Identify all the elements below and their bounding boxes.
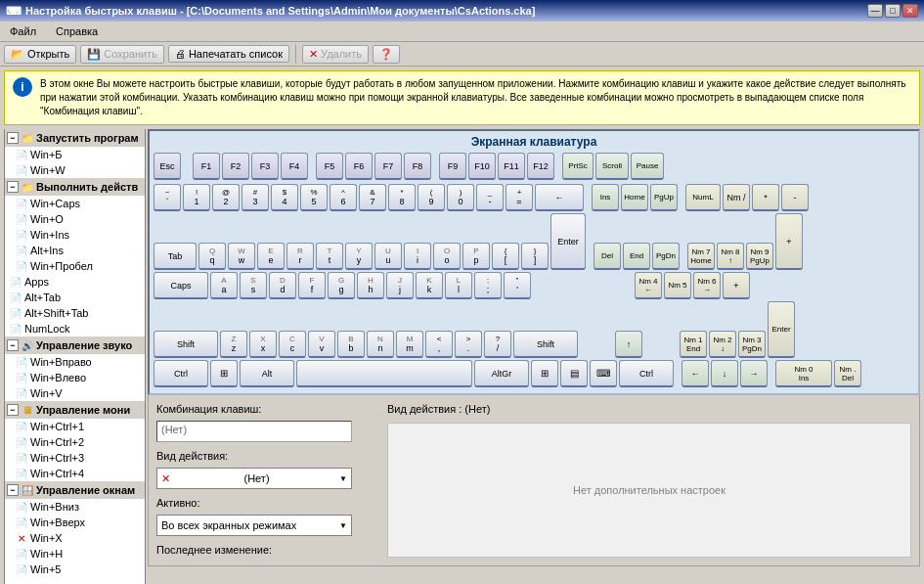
key-x[interactable]: Xx <box>249 331 277 358</box>
key-o[interactable]: Oo <box>433 243 461 270</box>
key-5[interactable]: %5 <box>300 184 328 211</box>
tree-section-exec[interactable]: − 📁 Выполнить действ <box>5 178 145 196</box>
key-nm2[interactable]: Nm 2↓ <box>709 331 736 358</box>
tree-item-wincaps[interactable]: 📄 Win+Caps <box>13 196 145 211</box>
key-f1[interactable]: F1 <box>193 153 220 180</box>
tree-item-winv[interactable]: 📄 Win+V <box>13 385 145 401</box>
key-semicolon[interactable]: :; <box>474 272 502 299</box>
left-tree-panel[interactable]: − 📁 Запустить програм 📄 Win+Б 📄 Win+W − … <box>4 129 146 584</box>
key-shift-right[interactable]: Shift <box>513 331 578 358</box>
tree-item-winins[interactable]: 📄 Win+Ins <box>13 227 145 243</box>
key-a[interactable]: Aa <box>210 272 238 299</box>
key-backspace[interactable]: ← <box>535 184 584 211</box>
key-q[interactable]: Qq <box>198 243 226 270</box>
key-period[interactable]: >. <box>455 331 482 358</box>
tree-item-winw[interactable]: 📄 Win+W <box>13 162 145 178</box>
tree-section-sound[interactable]: − 🔊 Управление звуко <box>5 337 145 354</box>
expand-exec[interactable]: − <box>7 181 19 193</box>
tree-item-altins[interactable]: 📄 Alt+Ins <box>13 243 145 258</box>
key-lbracket[interactable]: {[ <box>492 243 519 270</box>
key-d[interactable]: Dd <box>269 272 296 299</box>
key-w[interactable]: Ww <box>228 243 255 270</box>
expand-sound[interactable]: − <box>7 339 19 351</box>
key-arrow-right[interactable]: → <box>740 360 768 387</box>
tree-item-alttab[interactable]: 📄 Alt+Tab <box>5 290 145 305</box>
open-button[interactable]: 📂 Открыть <box>4 45 76 64</box>
key-g[interactable]: Gg <box>328 272 355 299</box>
key-nmdot[interactable]: Nm .Del <box>834 360 861 387</box>
key-del[interactable]: Del <box>594 243 621 270</box>
key-keyboard[interactable]: ⌨ <box>590 360 617 387</box>
tree-item-winx[interactable]: ✕ Win+X <box>13 530 145 546</box>
key-nm5[interactable]: Nm 5 <box>664 272 691 299</box>
key-6[interactable]: ^6 <box>330 184 357 211</box>
key-f[interactable]: Ff <box>298 272 326 299</box>
key-n[interactable]: Nn <box>367 331 394 358</box>
key-f9[interactable]: F9 <box>439 153 466 180</box>
tree-item-winct3[interactable]: 📄 Win+Ctrl+3 <box>13 450 145 466</box>
close-button[interactable]: ✕ <box>902 4 918 18</box>
key-f3[interactable]: F3 <box>251 153 279 180</box>
key-m[interactable]: Mm <box>396 331 423 358</box>
tree-item-winct1[interactable]: 📄 Win+Ctrl+1 <box>13 419 145 434</box>
key-l[interactable]: Ll <box>445 272 472 299</box>
key-arrow-left[interactable]: ← <box>682 360 709 387</box>
key-combo-input[interactable]: (Нет) <box>156 421 352 442</box>
key-pgdn[interactable]: PgDn <box>652 243 680 270</box>
key-f4[interactable]: F4 <box>281 153 308 180</box>
tree-item-altshifttab[interactable]: 📄 Alt+Shift+Tab <box>5 305 145 321</box>
key-nm7[interactable]: Nm 7Home <box>687 243 715 270</box>
key-numpad-plus[interactable]: + <box>723 272 750 299</box>
key-0[interactable]: )0 <box>447 184 474 211</box>
tree-item-wino[interactable]: 📄 Win+O <box>13 211 145 227</box>
key-8[interactable]: *8 <box>388 184 416 211</box>
key-1[interactable]: !1 <box>183 184 210 211</box>
key-v[interactable]: Vv <box>308 331 335 358</box>
tree-item-apps[interactable]: 📄 Apps <box>5 274 145 290</box>
menu-help[interactable]: Справка <box>50 23 104 39</box>
key-7[interactable]: &7 <box>359 184 386 211</box>
key-alt-left[interactable]: Alt <box>240 360 294 387</box>
key-home[interactable]: Home <box>621 184 648 211</box>
key-nm6[interactable]: Nm 6→ <box>693 272 721 299</box>
key-nm8[interactable]: Nm 8↑ <box>717 243 744 270</box>
menu-file[interactable]: Файл <box>4 23 42 39</box>
key-f7[interactable]: F7 <box>374 153 402 180</box>
tree-item-winleft[interactable]: 📄 Win+Влево <box>13 370 145 385</box>
key-t[interactable]: Tt <box>316 243 343 270</box>
key-f6[interactable]: F6 <box>345 153 373 180</box>
key-u[interactable]: Uu <box>374 243 402 270</box>
key-comma[interactable]: <, <box>425 331 453 358</box>
key-esc[interactable]: Esc <box>154 153 181 180</box>
key-9[interactable]: (9 <box>418 184 445 211</box>
minimize-button[interactable]: — <box>867 4 883 18</box>
key-pgup[interactable]: PgUp <box>650 184 678 211</box>
key-p[interactable]: Pp <box>462 243 490 270</box>
tree-item-winup[interactable]: 📄 Win+Вверх <box>13 515 145 530</box>
key-arrow-down[interactable]: ↓ <box>711 360 738 387</box>
key-numdiv[interactable]: Nm / <box>723 184 750 211</box>
key-nm9[interactable]: Nm 9PgUp <box>746 243 773 270</box>
key-4[interactable]: $4 <box>271 184 298 211</box>
key-rbracket[interactable]: }] <box>521 243 549 270</box>
key-minus[interactable]: _- <box>476 184 504 211</box>
key-numsub[interactable]: - <box>781 184 809 211</box>
tree-item-win5[interactable]: 📄 Win+5 <box>13 562 145 577</box>
key-nm4[interactable]: Nm 4← <box>635 272 662 299</box>
expand-monitor[interactable]: − <box>7 404 19 416</box>
save-button[interactable]: 💾 Сохранить <box>80 45 164 64</box>
key-s[interactable]: Ss <box>240 272 267 299</box>
tree-item-windown[interactable]: 📄 Win+Вниз <box>13 499 145 515</box>
expand-launch[interactable]: − <box>7 132 19 144</box>
key-enter[interactable]: Enter <box>550 213 586 270</box>
key-nm0[interactable]: Nm 0Ins <box>775 360 832 387</box>
key-f2[interactable]: F2 <box>222 153 249 180</box>
tree-item-winct2[interactable]: 📄 Win+Ctrl+2 <box>13 434 145 450</box>
tree-item-winright[interactable]: 📄 Win+Вправо <box>13 354 145 370</box>
key-i[interactable]: Ii <box>404 243 431 270</box>
key-e[interactable]: Ee <box>257 243 285 270</box>
tree-section-launch[interactable]: − 📁 Запустить програм <box>5 129 145 147</box>
key-nm1[interactable]: Nm 1End <box>680 331 707 358</box>
key-backtick[interactable]: ~` <box>154 184 181 211</box>
key-scroll[interactable]: Scroll <box>595 153 629 180</box>
